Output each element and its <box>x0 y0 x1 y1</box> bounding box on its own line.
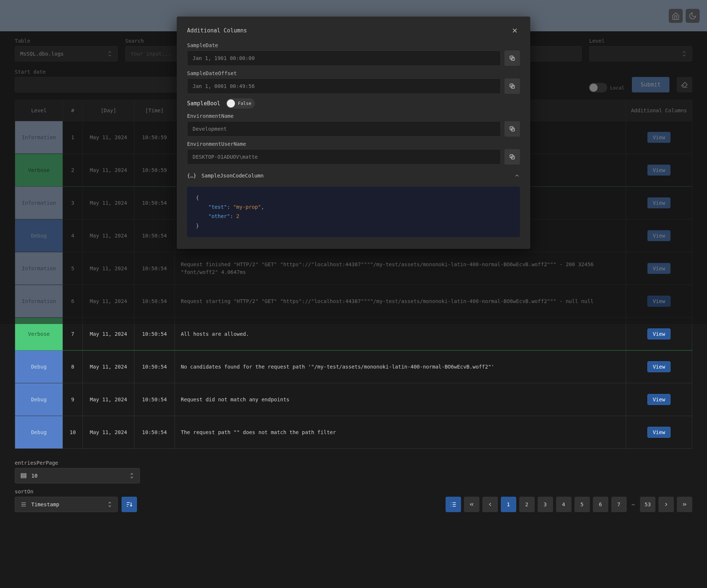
modal-header: Additional Columns <box>187 25 520 36</box>
level-cell: Debug <box>15 416 63 449</box>
copy-envname-button[interactable] <box>504 121 520 137</box>
row-day: May 11, 2024 <box>83 383 134 416</box>
chevron-left-icon <box>487 501 493 507</box>
level-cell: Debug <box>15 383 63 416</box>
page-next-button[interactable] <box>658 497 674 512</box>
page-button-1[interactable]: 1 <box>501 497 516 512</box>
level-badge: Debug <box>15 416 63 448</box>
footer: entriesPerPage 10 sortOn Timestamp <box>0 449 707 523</box>
row-actions: View <box>626 416 692 449</box>
row-message: No candidates found for the request path… <box>175 351 626 383</box>
page-prev-button[interactable] <box>482 497 498 512</box>
page-button-2[interactable]: 2 <box>519 497 535 512</box>
row-message: Request did not match any endpoints <box>175 383 626 416</box>
row-message: The request path "" does not match the p… <box>175 416 626 449</box>
page-last-button[interactable] <box>677 497 692 512</box>
modal-close-button[interactable] <box>510 25 520 36</box>
braces-icon: {…} <box>187 173 196 179</box>
row-num: 8 <box>63 351 83 383</box>
envuser-field: EnvironmentUserName DESKTOP-O1ADUOV\matt… <box>187 141 520 165</box>
entries-value: 10 <box>31 473 38 479</box>
view-button[interactable]: View <box>647 427 671 438</box>
sampledate-field: SampleDate Jan 1, 1901 00:00:00 <box>187 42 520 66</box>
copy-sampledate-button[interactable] <box>504 50 520 66</box>
level-cell: Debug <box>15 351 63 383</box>
row-day: May 11, 2024 <box>83 351 134 383</box>
chevron-updown-icon <box>107 501 112 508</box>
copy-sampledateoffset-button[interactable] <box>504 78 520 94</box>
page-last-num-button[interactable]: 53 <box>640 497 655 512</box>
chevron-right-icon <box>663 501 669 507</box>
json-section-label: SampleJsonCodeColumn <box>201 173 264 179</box>
entries-label: entriesPerPage <box>15 460 140 466</box>
row-num: 10 <box>63 416 83 449</box>
sort-label: sortOn <box>15 489 118 494</box>
sampledate-value: Jan 1, 1901 00:00:00 <box>187 50 501 66</box>
chevrons-right-icon <box>682 501 687 507</box>
svg-rect-1 <box>21 475 26 476</box>
envname-field: EnvironmentName Development <box>187 113 520 137</box>
page-list-button[interactable] <box>446 497 461 512</box>
page-button-5[interactable]: 5 <box>574 497 590 512</box>
list-icon <box>20 472 27 479</box>
modal-title: Additional Columns <box>187 27 247 34</box>
row-actions: View <box>626 383 692 416</box>
chevron-updown-icon <box>129 472 134 479</box>
samplebool-toggle[interactable]: False <box>226 98 255 109</box>
json-code-block: { "test": "my-prop", "other": 2 } <box>187 187 520 237</box>
sampledateoffset-value: Jan 1, 0001 00:49:56 <box>187 78 501 94</box>
page-first-button[interactable] <box>464 497 479 512</box>
copy-envuser-button[interactable] <box>504 149 520 165</box>
svg-rect-0 <box>21 473 26 475</box>
sampledateoffset-field: SampleDateOffset Jan 1, 0001 00:49:56 <box>187 70 520 94</box>
page-button-3[interactable]: 3 <box>538 497 553 512</box>
bars-icon <box>20 501 27 508</box>
page-ellipsis: ⋯ <box>630 501 637 507</box>
table-row: Debug10May 11, 202410:50:54The request p… <box>15 416 692 449</box>
envuser-value: DESKTOP-O1ADUOV\matte <box>187 149 501 165</box>
sampledateoffset-label: SampleDateOffset <box>187 70 520 76</box>
view-button[interactable]: View <box>647 361 671 372</box>
numbered-list-icon <box>450 501 457 508</box>
row-actions: View <box>626 351 692 383</box>
view-button[interactable]: View <box>647 394 671 405</box>
sort-desc-icon <box>126 501 133 508</box>
additional-columns-modal: Additional Columns SampleDate Jan 1, 190… <box>177 17 530 249</box>
entries-select[interactable]: 10 <box>15 468 140 483</box>
page-button-4[interactable]: 4 <box>556 497 571 512</box>
sort-direction-button[interactable] <box>122 497 137 512</box>
row-time: 10:50:54 <box>134 383 175 416</box>
row-time: 10:50:54 <box>134 351 175 383</box>
pagination: 1234567 ⋯ 53 <box>446 497 692 512</box>
row-day: May 11, 2024 <box>83 416 134 449</box>
row-num: 9 <box>63 383 83 416</box>
svg-rect-2 <box>21 477 26 478</box>
sort-group: sortOn Timestamp <box>15 489 118 512</box>
sort-select[interactable]: Timestamp <box>15 497 118 512</box>
close-icon <box>511 27 518 34</box>
copy-icon <box>509 83 516 89</box>
page-button-7[interactable]: 7 <box>611 497 627 512</box>
row-time: 10:50:54 <box>134 416 175 449</box>
table-row: Debug9May 11, 202410:50:54Request did no… <box>15 383 692 416</box>
sort-value: Timestamp <box>31 501 59 507</box>
level-badge: Debug <box>15 351 63 383</box>
samplebool-value: False <box>238 101 251 106</box>
envname-label: EnvironmentName <box>187 113 520 119</box>
chevron-up-icon <box>514 173 520 179</box>
page-button-6[interactable]: 6 <box>593 497 608 512</box>
table-row: Debug8May 11, 202410:50:54No candidates … <box>15 351 692 383</box>
copy-icon <box>509 55 516 61</box>
copy-icon <box>509 126 516 132</box>
sort-row: sortOn Timestamp <box>15 489 140 512</box>
samplebool-label: SampleBool <box>187 100 220 107</box>
view-button[interactable]: View <box>647 328 671 339</box>
entries-group: entriesPerPage 10 <box>15 460 140 483</box>
sampledate-label: SampleDate <box>187 42 520 48</box>
envname-value: Development <box>187 121 501 137</box>
level-badge: Debug <box>15 383 63 416</box>
copy-icon <box>509 154 516 160</box>
json-section-header[interactable]: {…} SampleJsonCodeColumn <box>187 169 520 182</box>
footer-controls: entriesPerPage 10 sortOn Timestamp <box>15 460 140 512</box>
chevrons-left-icon <box>469 501 475 507</box>
